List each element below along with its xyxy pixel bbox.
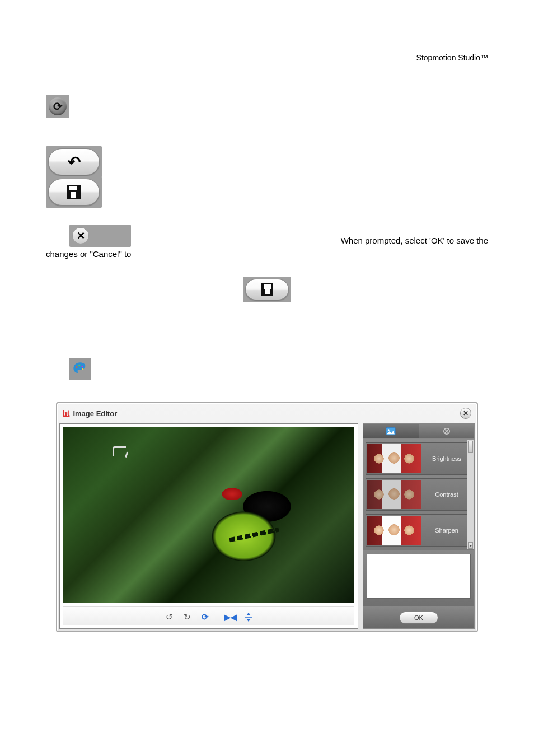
toolbar-divider [218, 612, 218, 622]
image-editor-titlebar: ht Image Editor ✕ [59, 405, 475, 423]
editor-preview-panel: ↺ ↻ ⟳ ▶◀ [59, 423, 358, 629]
effects-tab-icon [442, 427, 452, 436]
editor-close-button[interactable]: ✕ [460, 408, 471, 419]
rotate-ccw-button[interactable]: ↺ [164, 612, 175, 623]
effects-scrollbar[interactable]: ▾ [467, 440, 474, 549]
scrollbar-down-icon[interactable]: ▾ [468, 542, 473, 549]
svg-point-1 [78, 365, 80, 366]
effects-list: Brightness Contrast Sharpen ▾ [363, 438, 475, 550]
ok-button[interactable]: OK [399, 612, 438, 624]
zoom-in-button[interactable] [46, 95, 69, 118]
ok-button-label: OK [414, 614, 423, 621]
scrollbar-thumb[interactable] [468, 441, 473, 453]
editor-logo: ht [63, 409, 69, 418]
page-header: Stopmotion Studio™ [0, 0, 534, 62]
effect-thumb [367, 480, 421, 509]
product-name: Stopmotion Studio™ [416, 53, 488, 62]
palette-button[interactable] [69, 358, 91, 380]
save-button[interactable] [48, 179, 100, 206]
effect-contrast[interactable]: Contrast [366, 478, 472, 511]
effect-brightness[interactable]: Brightness [366, 442, 472, 475]
palette-icon [72, 361, 88, 377]
image-tab-icon [386, 427, 396, 436]
adjustment-preview-area [367, 554, 471, 599]
editor-preview-image[interactable] [63, 427, 354, 603]
editor-title: Image Editor [73, 409, 117, 418]
crop-handle-icon[interactable] [113, 446, 126, 456]
body-text-line1: When prompted, select 'OK' to save the [341, 236, 488, 245]
zoom-in-icon [53, 100, 63, 113]
effect-label: Sharpen [423, 527, 470, 534]
effect-thumb [367, 516, 421, 545]
effect-thumb [367, 444, 421, 473]
effect-label: Contrast [423, 491, 470, 498]
flip-vertical-button[interactable] [243, 612, 254, 623]
save-icon [67, 185, 81, 199]
tab-image[interactable] [363, 424, 419, 438]
svg-point-3 [82, 368, 83, 370]
flip-horizontal-button[interactable]: ▶◀ [225, 612, 236, 623]
editor-side-panel: Brightness Contrast Sharpen ▾ [363, 423, 475, 629]
adjustment-preview [363, 550, 475, 606]
svg-point-6 [388, 429, 390, 431]
close-icon: ✕ [72, 227, 89, 244]
save-icon [261, 283, 273, 296]
save-button-2[interactable] [243, 277, 291, 302]
close-button[interactable]: ✕ [69, 225, 131, 247]
refresh-button[interactable]: ⟳ [200, 612, 211, 623]
effect-sharpen[interactable]: Sharpen [366, 514, 472, 547]
image-editor-window: ht Image Editor ✕ ↺ ↻ ⟳ ▶◀ [56, 402, 478, 632]
undo-button[interactable]: ↶ [48, 148, 100, 175]
svg-point-2 [82, 366, 83, 367]
editor-preview-toolbar: ↺ ↻ ⟳ ▶◀ [63, 606, 354, 625]
body-text-line2: changes or "Cancel" to [46, 249, 131, 259]
tab-effects[interactable] [419, 424, 475, 438]
undo-icon: ↶ [68, 153, 81, 171]
rotate-cw-button[interactable]: ↻ [182, 612, 193, 623]
effect-label: Brightness [423, 455, 470, 462]
svg-point-0 [76, 366, 78, 368]
